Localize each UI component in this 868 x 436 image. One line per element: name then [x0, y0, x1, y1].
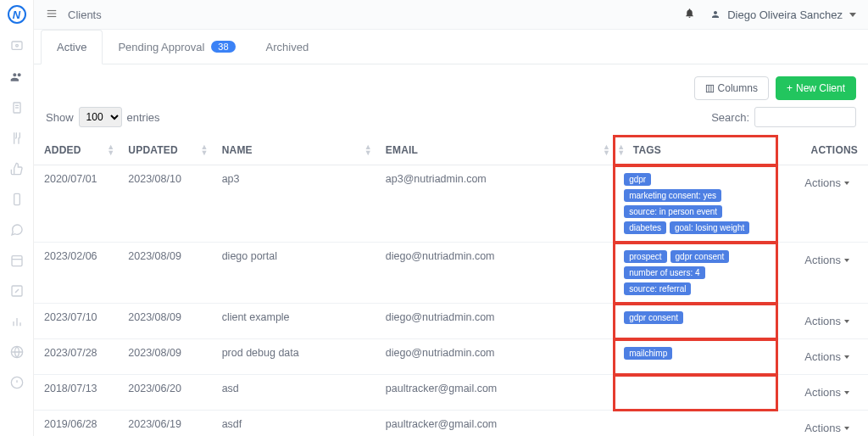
tab-pending[interactable]: Pending Approval 38 [103, 30, 250, 64]
table-row: 2018/07/132023/06/20asdpaultracker@gmail… [34, 375, 868, 411]
cell-email: diego@nutriadmin.com [376, 304, 614, 339]
table-row: 2019/06/282023/06/19asdfpaultracker@gmai… [34, 411, 868, 437]
table-controls: Show 100 entries Search: [34, 103, 868, 136]
chat-icon[interactable] [9, 222, 25, 238]
cell-tags: gdpr consent [614, 304, 777, 339]
tab-archived[interactable]: Archived [251, 30, 325, 64]
cell-name: prod debug data [212, 339, 376, 375]
plus-icon: + [787, 82, 793, 94]
tag-chip[interactable]: gdpr consent [670, 250, 730, 263]
cell-tags [614, 411, 777, 437]
logo-icon[interactable]: N [8, 5, 26, 24]
hamburger-icon[interactable] [46, 8, 58, 22]
chevron-down-icon [844, 355, 849, 359]
actions-button[interactable]: Actions [796, 173, 858, 193]
user-menu[interactable]: Diego Oliveira Sanchez [710, 8, 856, 21]
sort-icon: ▲▼ [603, 144, 610, 156]
cell-actions: Actions [777, 304, 868, 339]
cell-added: 2019/06/28 [34, 411, 118, 437]
tag-chip[interactable]: prospect [624, 250, 666, 263]
columns-button[interactable]: Columns [694, 76, 769, 100]
cell-actions: Actions [777, 339, 868, 375]
chevron-down-icon [849, 13, 856, 17]
cell-email: diego@nutriadmin.com [376, 339, 614, 375]
actions-button[interactable]: Actions [796, 311, 858, 331]
cell-name: diego portal [212, 243, 376, 304]
th-email[interactable]: EMAIL▲▼ [376, 136, 614, 165]
cell-added: 2023/07/10 [34, 304, 118, 339]
tag-chip[interactable]: source: in person event [624, 205, 722, 218]
actions-button[interactable]: Actions [796, 383, 858, 402]
tag-chip[interactable]: gdpr consent [624, 311, 683, 324]
svg-rect-5 [14, 193, 19, 204]
cell-updated: 2023/06/20 [118, 375, 211, 411]
new-client-button[interactable]: + New Client [776, 76, 856, 100]
th-name[interactable]: NAME▲▼ [212, 136, 376, 165]
th-tags[interactable]: ▲▼ TAGS [614, 136, 777, 165]
cell-tags: gdprmarketing consent: yessource: in per… [614, 165, 777, 243]
cell-added: 2018/07/13 [34, 375, 118, 411]
cell-name: asdf [212, 411, 376, 437]
chevron-down-icon [844, 182, 849, 185]
cell-added: 2020/07/01 [34, 165, 118, 243]
table-row: 2020/07/012023/08/10ap3ap3@nutriadmin.co… [34, 165, 868, 243]
tag-chip[interactable]: source: referral [624, 282, 691, 295]
table-row: 2023/02/062023/08/09diego portaldiego@nu… [34, 243, 868, 304]
sidebar: N [0, 0, 34, 436]
tag-chip[interactable]: diabetes [624, 221, 666, 234]
user-icon [710, 9, 721, 20]
records-icon[interactable] [9, 100, 25, 115]
columns-icon [705, 84, 715, 93]
cell-tags [614, 375, 777, 411]
cell-name: client example [212, 304, 376, 339]
actions-button[interactable]: Actions [796, 250, 858, 270]
svg-rect-6 [12, 256, 22, 266]
th-actions: ACTIONS [777, 136, 868, 165]
clients-icon[interactable] [9, 70, 25, 85]
th-updated[interactable]: UPDATED▲▼ [118, 136, 211, 165]
cell-actions: Actions [777, 165, 868, 243]
dashboard-icon[interactable] [9, 39, 25, 54]
cell-email: diego@nutriadmin.com [376, 243, 614, 304]
cell-email: paultracker@gmail.com [376, 411, 614, 437]
th-added[interactable]: ADDED▲▼ [34, 136, 118, 165]
tab-active[interactable]: Active [41, 30, 103, 64]
sort-icon: ▲▼ [617, 144, 625, 156]
cell-tags: mailchimp [614, 339, 777, 375]
tag-chip[interactable]: mailchimp [624, 347, 672, 360]
cell-name: ap3 [212, 165, 376, 243]
cell-updated: 2023/08/10 [118, 165, 211, 243]
svg-point-1 [15, 44, 18, 47]
meals-icon[interactable] [9, 131, 25, 146]
mobile-icon[interactable] [9, 192, 25, 207]
entries-label: entries [127, 111, 160, 124]
topbar: Clients Diego Oliveira Sanchez [34, 0, 868, 29]
tabs: Active Pending Approval 38 Archived [34, 30, 868, 64]
thumbs-icon[interactable] [9, 161, 25, 176]
cell-actions: Actions [777, 243, 868, 304]
page-title: Clients [68, 8, 102, 21]
tag-chip[interactable]: number of users: 4 [624, 266, 704, 279]
bell-icon[interactable] [684, 8, 695, 21]
cell-added: 2023/02/06 [34, 243, 118, 304]
sort-icon: ▲▼ [107, 144, 114, 156]
actions-button[interactable]: Actions [796, 347, 858, 366]
cell-updated: 2023/06/19 [118, 411, 211, 437]
per-page-select[interactable]: 100 [79, 107, 122, 127]
pending-count-badge: 38 [211, 41, 235, 53]
svg-rect-19 [706, 85, 713, 92]
show-label: Show [46, 111, 74, 124]
search-input[interactable] [754, 107, 856, 127]
calendar-icon[interactable] [9, 253, 25, 268]
tag-chip[interactable]: marketing consent: yes [624, 189, 721, 202]
chart-icon[interactable] [9, 314, 25, 329]
help-icon[interactable] [9, 375, 25, 390]
cell-actions: Actions [777, 375, 868, 411]
cell-email: ap3@nutriadmin.com [376, 165, 614, 243]
actions-button[interactable]: Actions [796, 418, 858, 436]
globe-icon[interactable] [9, 344, 25, 360]
tag-chip[interactable]: gdpr [624, 173, 651, 186]
edit-icon[interactable] [9, 283, 25, 299]
tag-chip[interactable]: goal: losing weight [670, 221, 749, 234]
user-name: Diego Oliveira Sanchez [727, 8, 843, 21]
